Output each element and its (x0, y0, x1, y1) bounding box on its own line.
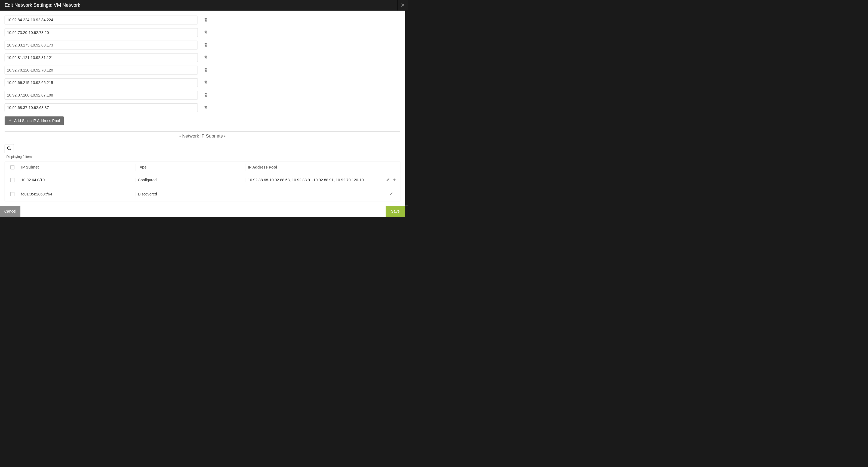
displaying-count: Displaying 2 items (6, 155, 401, 159)
col-header-type[interactable]: Type (135, 164, 245, 171)
ip-pool-input[interactable] (5, 103, 198, 112)
delete-ip-pool-button[interactable] (203, 42, 209, 47)
cell-subnet: fd01:3:4:2869::/64 (20, 192, 135, 196)
ip-pool-row (5, 40, 400, 49)
cancel-button[interactable]: Cancel (0, 206, 21, 217)
close-icon: ✕ (401, 2, 405, 8)
ip-pool-input[interactable] (5, 28, 198, 37)
ip-pool-input[interactable] (5, 40, 198, 49)
type-value: Discovered (138, 192, 157, 196)
trash-icon (204, 30, 208, 35)
delete-ip-pool-button[interactable] (203, 18, 209, 23)
trash-icon (204, 18, 208, 23)
cell-subnet: 10.92.64.0/19 (20, 178, 135, 182)
ip-pool-row (5, 66, 400, 74)
ip-pool-row (5, 78, 400, 87)
delete-ip-pool-button[interactable] (203, 67, 209, 73)
row-checkbox[interactable] (10, 192, 14, 196)
modal-body: Add Static IP Address Pool • Network IP … (0, 10, 408, 206)
save-button[interactable]: Save (386, 206, 405, 217)
ip-pool-input[interactable] (5, 53, 198, 62)
trash-icon (204, 105, 208, 110)
pencil-icon (390, 192, 393, 197)
modal-footer: Cancel Save (0, 206, 408, 217)
add-ip-pool-label: Add Static IP Address Pool (14, 119, 60, 123)
ip-pool-row (5, 53, 400, 62)
delete-ip-pool-button[interactable] (203, 30, 209, 35)
trash-icon (204, 92, 208, 98)
trash-icon (204, 67, 208, 73)
modal-title: Edit Network Settings: VM Network (5, 2, 80, 8)
cell-type: Configured (135, 178, 245, 182)
subnets-table: IP Subnet Type IP Address Pool 10.92.64.… (5, 162, 400, 201)
delete-ip-pool-button[interactable] (203, 92, 209, 98)
svg-line-17 (10, 149, 11, 150)
row-checkbox[interactable] (10, 178, 14, 182)
subnet-value: 10.92.64.0/19 (21, 178, 44, 182)
section-divider: • Network IP Subnets • (5, 131, 400, 139)
svg-point-16 (7, 146, 10, 149)
ip-pool-row (5, 91, 400, 99)
plus-icon (8, 118, 12, 123)
cancel-label: Cancel (4, 209, 16, 213)
col-header-pool[interactable]: IP Address Pool (245, 164, 382, 171)
close-button[interactable]: ✕ (398, 0, 408, 10)
ip-pool-input[interactable] (5, 66, 198, 74)
cell-pool: 10.92.88.68-10.92.88.68, 10.92.88.91-10.… (245, 178, 382, 182)
pool-value: 10.92.88.68-10.92.88.68, 10.92.88.91-10.… (248, 178, 371, 182)
modal-header: Edit Network Settings: VM Network ✕ (0, 0, 408, 10)
delete-ip-pool-button[interactable] (203, 55, 209, 60)
type-value: Configured (138, 178, 157, 182)
delete-ip-pool-button[interactable] (203, 80, 209, 85)
ip-pool-row (5, 103, 400, 112)
ip-pool-input[interactable] (5, 91, 198, 99)
edit-row-button[interactable] (386, 177, 390, 182)
save-label: Save (391, 209, 400, 213)
edit-row-button[interactable] (390, 192, 393, 196)
table-row: 10.92.64.0/19Configured10.92.88.68-10.92… (5, 173, 400, 187)
trash-icon (204, 42, 208, 47)
cell-type: Discovered (135, 192, 245, 196)
add-row-button[interactable] (392, 177, 396, 182)
section-subnets-label: • Network IP Subnets • (177, 133, 228, 139)
delete-ip-pool-button[interactable] (203, 105, 209, 110)
add-ip-pool-button[interactable]: Add Static IP Address Pool (5, 116, 64, 125)
trash-icon (204, 55, 208, 60)
subnet-value: fd01:3:4:2869::/64 (21, 192, 52, 196)
ip-pool-row (5, 15, 400, 24)
table-header-row: IP Subnet Type IP Address Pool (5, 162, 400, 173)
trash-icon (204, 80, 208, 85)
ip-pool-row (5, 28, 400, 37)
plus-icon (392, 178, 396, 182)
col-header-subnet[interactable]: IP Subnet (20, 164, 135, 171)
select-all-checkbox[interactable] (10, 165, 14, 169)
search-button[interactable] (5, 144, 14, 153)
pencil-icon (386, 178, 390, 182)
table-row: fd01:3:4:2869::/64Discovered (5, 187, 400, 201)
ip-pool-input[interactable] (5, 78, 198, 87)
ip-pool-input[interactable] (5, 15, 198, 24)
search-icon (7, 146, 11, 151)
